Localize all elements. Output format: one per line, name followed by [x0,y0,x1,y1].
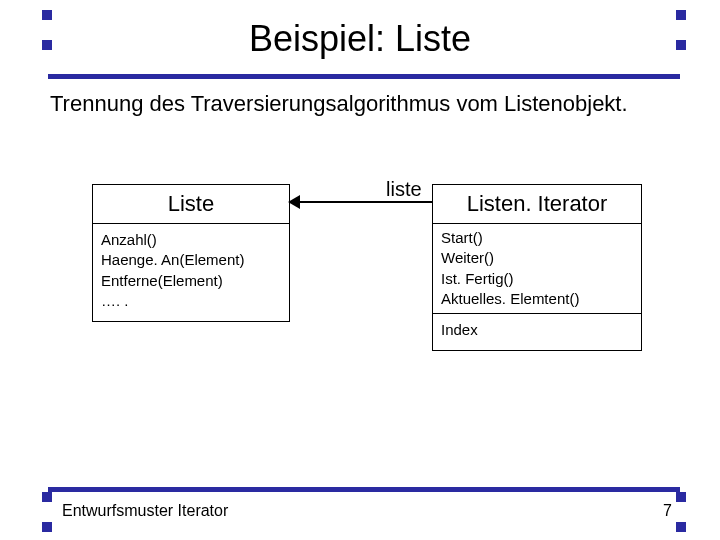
uml-class-iterator: Listen. Iterator Start() Weiter() Ist. F… [432,184,642,351]
uml-class-liste: Liste Anzahl() Haenge. An(Element) Entfe… [92,184,290,322]
uml-association-line [289,201,432,203]
slide-title: Beispiel: Liste [0,18,720,60]
corner-decor [676,492,686,502]
slide: Beispiel: Liste Trennung des Traversieru… [0,0,720,540]
page-number: 7 [663,502,672,520]
uml-association-label: liste [386,178,422,201]
uml-association-arrow-icon [288,195,300,209]
uml-class-operations: Anzahl() Haenge. An(Element) Entferne(El… [93,224,289,321]
uml-class-name: Liste [93,185,289,224]
corner-decor [676,522,686,532]
title-rule [48,74,680,79]
uml-class-attributes: Index [433,314,641,350]
uml-class-name: Listen. Iterator [433,185,641,224]
footer-rule [48,487,680,492]
corner-decor [42,522,52,532]
body-text: Trennung des Traversierungsalgorithmus v… [50,90,670,118]
footer-left: Entwurfsmuster Iterator [62,502,228,520]
corner-decor [42,492,52,502]
uml-class-operations: Start() Weiter() Ist. Fertig() Aktuelles… [433,224,641,314]
